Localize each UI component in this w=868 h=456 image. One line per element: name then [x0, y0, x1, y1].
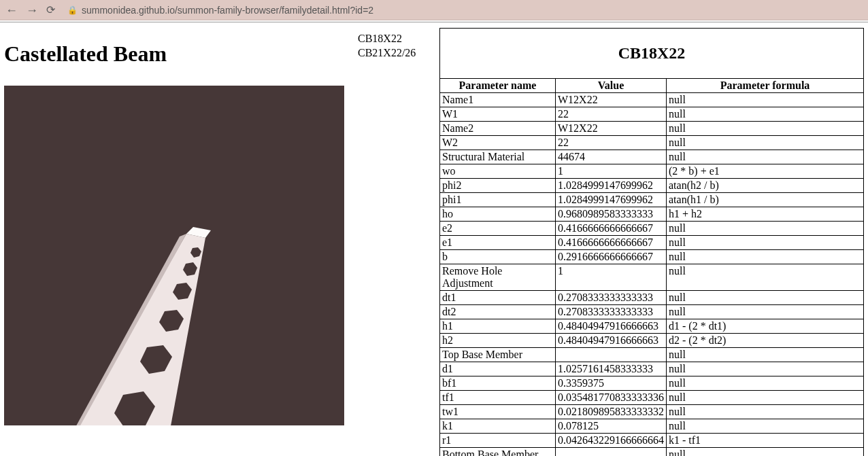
detail-title: CB18X22 [618, 29, 686, 77]
param-formula-cell: null [667, 348, 864, 362]
param-formula-cell: null [667, 236, 864, 250]
address-bar[interactable]: 🔒 summonidea.github.io/summon-family-bro… [63, 5, 863, 16]
param-formula-cell: null [667, 250, 864, 264]
param-value-cell: 0.48404947916666663 [556, 334, 667, 348]
table-row: tw10.021809895833333332null [440, 405, 864, 419]
lock-icon: 🔒 [67, 5, 78, 15]
table-row: e10.4166666666666667null [440, 236, 864, 250]
param-name-cell: W1 [440, 107, 556, 122]
param-value-cell: 1.0257161458333333 [556, 362, 667, 376]
table-row: Bottom Base Membernull [440, 448, 864, 457]
3d-viewer[interactable] [4, 86, 344, 425]
param-formula-cell: null [667, 448, 864, 457]
param-formula-cell: null [667, 136, 864, 150]
param-formula-cell: null [667, 222, 864, 236]
header-formula: Parameter formula [667, 79, 864, 93]
param-value-cell: 0.9680989583333333 [556, 207, 667, 222]
param-name-cell: e1 [440, 236, 556, 250]
header-value: Value [556, 79, 667, 93]
back-button[interactable]: ← [5, 4, 18, 16]
param-formula-cell: null [667, 93, 864, 107]
left-column: Castellated Beam [4, 28, 344, 425]
param-value-cell: 22 [556, 136, 667, 150]
main-content: Castellated Beam CB18X22 [0, 25, 868, 456]
param-name-cell: dt2 [440, 305, 556, 319]
param-formula-cell: null [667, 107, 864, 122]
param-value-cell [556, 348, 667, 362]
table-row: Name1W12X22null [440, 93, 864, 107]
table-row: e20.4166666666666667null [440, 222, 864, 236]
param-name-cell: tf1 [440, 391, 556, 405]
param-formula-cell: d2 - (2 * dt2) [667, 334, 864, 348]
param-name-cell: W2 [440, 136, 556, 150]
table-row: h20.48404947916666663d2 - (2 * dt2) [440, 334, 864, 348]
param-formula-cell: null [667, 264, 864, 291]
forward-button[interactable]: → [26, 4, 38, 16]
url-text: summonidea.github.io/summon-family-brows… [82, 5, 373, 16]
type-item-1[interactable]: CB21X22/26 [358, 46, 426, 60]
param-formula-cell: null [667, 362, 864, 376]
table-row: dt20.2708333333333333null [440, 305, 864, 319]
param-name-cell: Remove Hole Adjustment [440, 264, 556, 291]
param-name-cell: e2 [440, 222, 556, 236]
table-row: d11.0257161458333333null [440, 362, 864, 376]
param-value-cell: 0.2708333333333333 [556, 305, 667, 319]
param-name-cell: r1 [440, 434, 556, 448]
reload-button[interactable]: ⟳ [46, 5, 55, 16]
table-row: phi21.0284999147699962atan(h2 / b) [440, 179, 864, 193]
param-formula-cell: null [667, 376, 864, 391]
param-name-cell: Bottom Base Member [440, 448, 556, 457]
param-formula-cell: null [667, 150, 864, 164]
param-name-cell: k1 [440, 419, 556, 434]
table-row: dt10.2708333333333333null [440, 291, 864, 305]
param-name-cell: h2 [440, 334, 556, 348]
detail-panel: CB18X22 Parameter name Value Parameter f… [439, 28, 864, 456]
param-name-cell: phi2 [440, 179, 556, 193]
param-name-cell: Top Base Member [440, 348, 556, 362]
table-row: tf10.035481770833333336null [440, 391, 864, 405]
table-header-row: Parameter name Value Parameter formula [440, 79, 864, 93]
param-formula-cell: d1 - (2 * dt1) [667, 319, 864, 334]
param-value-cell: 44674 [556, 150, 667, 164]
type-list: CB18X22 CB21X22/26 [358, 28, 426, 60]
table-row: Top Base Membernull [440, 348, 864, 362]
param-name-cell: d1 [440, 362, 556, 376]
param-value-cell: 1 [556, 164, 667, 179]
param-value-cell: 0.035481770833333336 [556, 391, 667, 405]
param-value-cell: 0.2916666666666667 [556, 250, 667, 264]
table-row: wo1(2 * b) + e1 [440, 164, 864, 179]
table-title-row: CB18X22 [440, 29, 864, 79]
param-formula-cell: null [667, 405, 864, 419]
param-value-cell: 1.0284999147699962 [556, 179, 667, 193]
page-title: Castellated Beam [4, 41, 344, 67]
param-value-cell: 0.4166666666666667 [556, 222, 667, 236]
param-name-cell: wo [440, 164, 556, 179]
param-value-cell: 1 [556, 264, 667, 291]
param-formula-cell: null [667, 305, 864, 319]
param-value-cell: 1.0284999147699962 [556, 193, 667, 207]
param-value-cell: W12X22 [556, 93, 667, 107]
param-formula-cell: atan(h2 / b) [667, 179, 864, 193]
param-name-cell: Structural Material [440, 150, 556, 164]
param-formula-cell: null [667, 122, 864, 136]
table-row: W122null [440, 107, 864, 122]
table-row: h10.48404947916666663d1 - (2 * dt1) [440, 319, 864, 334]
param-formula-cell: (2 * b) + e1 [667, 164, 864, 179]
table-row: phi11.0284999147699962atan(h1 / b) [440, 193, 864, 207]
param-formula-cell: k1 - tf1 [667, 434, 864, 448]
table-row: k10.078125null [440, 419, 864, 434]
param-name-cell: bf1 [440, 376, 556, 391]
beam-render [4, 86, 344, 425]
param-name-cell: Name2 [440, 122, 556, 136]
table-row: W222null [440, 136, 864, 150]
param-name-cell: phi1 [440, 193, 556, 207]
param-name-cell: h1 [440, 319, 556, 334]
table-row: bf10.3359375null [440, 376, 864, 391]
table-row: Structural Material44674null [440, 150, 864, 164]
param-value-cell: 22 [556, 107, 667, 122]
param-value-cell: 0.021809895833333332 [556, 405, 667, 419]
type-item-0[interactable]: CB18X22 [358, 32, 426, 46]
parameter-table: CB18X22 Parameter name Value Parameter f… [439, 28, 864, 456]
param-name-cell: tw1 [440, 405, 556, 419]
table-row: b0.2916666666666667null [440, 250, 864, 264]
